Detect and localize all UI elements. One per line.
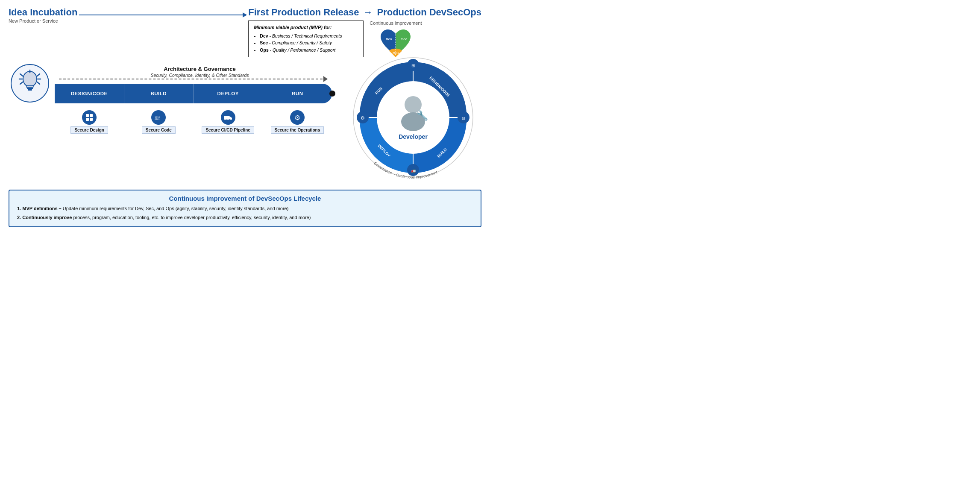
bottom-point-2: 2. Continuously improve process, program… (17, 214, 473, 222)
secure-design-label: Secure Design (70, 126, 108, 134)
svg-rect-6 (27, 88, 33, 89)
svg-rect-18 (90, 118, 93, 121)
pipeline-icon-design: Secure Design (55, 108, 124, 134)
devsecops-cycle-diagram: 🔧 Developer DESIGN/CODE BUILD DEPLOY RUN… (349, 51, 477, 184)
arch-dashed-line-row (55, 76, 345, 82)
gear-icon: ⚙ (294, 114, 300, 122)
svg-line-13 (37, 82, 40, 84)
pipeline-icon-code: 1010 0101 Secure Code (124, 108, 193, 134)
svg-text:Sec: Sec (401, 37, 408, 41)
main-container: Idea Incubation New Product or Service F… (0, 0, 490, 249)
bottom-point-1-text: Update minimum requirements for Dev, Sec… (63, 206, 289, 211)
pipeline-stage-deploy: DEPLOY (194, 84, 263, 103)
idea-incubation-subtitle: New Product or Service (9, 18, 77, 23)
lightbulb-circle (11, 64, 49, 103)
pipeline-stage-run: RUN (263, 84, 332, 103)
mvp-item-sec: Sec - Compliance / Security / Safety (260, 39, 358, 47)
svg-text:🚛: 🚛 (411, 168, 416, 173)
pipeline-icon-cicd: Secure CI/CD Pipeline (194, 108, 263, 134)
secure-cicd-label: Secure CI/CD Pipeline (202, 126, 254, 134)
svg-text:0101: 0101 (155, 118, 160, 120)
svg-point-4 (23, 71, 37, 87)
pipeline-stage-design: DESIGN/CODE (55, 84, 124, 103)
bottom-point-2-bold: 2. Continuously improve (17, 215, 72, 220)
bottom-section: Continuous Improvement of DevSecOps Life… (9, 190, 481, 227)
arch-dashed-line (59, 79, 323, 79)
arch-governance-title: Architecture & Governance (55, 66, 345, 72)
production-devsecops-title: Production DevSecOps (377, 7, 481, 18)
secure-ops-icon: ⚙ (290, 110, 305, 125)
bottom-point-1-bold: 1. MVP definitions – (17, 206, 62, 211)
svg-line-8 (20, 74, 23, 76)
lightbulb-icon (18, 70, 42, 97)
pipeline-icons-row: Secure Design 1010 0101 Secure Code (55, 108, 332, 134)
arch-dashed-arrow (323, 76, 328, 82)
secure-code-label: Secure Code (142, 126, 176, 134)
idea-incubation-title: Idea Incubation (9, 7, 77, 18)
svg-rect-15 (86, 114, 89, 117)
secure-ops-label: Secure the Operations (271, 126, 324, 134)
mvp-title: Minimum viable product (MVP) for: (254, 24, 358, 32)
svg-text:⊡: ⊡ (462, 116, 465, 120)
pipeline-bar: DESIGN/CODE BUILD DEPLOY RUN (55, 84, 332, 103)
svg-point-25 (225, 119, 226, 120)
svg-text:⚙: ⚙ (361, 115, 365, 120)
header-arrow-line (77, 15, 248, 15)
secure-cicd-icon (221, 110, 235, 125)
pipeline-area: Architecture & Governance Security, Comp… (51, 64, 345, 134)
middle-section: Architecture & Governance Security, Comp… (9, 64, 481, 184)
svg-rect-21 (224, 116, 229, 120)
pipeline-stage-build: BUILD (124, 84, 194, 103)
bottom-points: 1. MVP definitions – Update minimum requ… (17, 205, 473, 221)
bottom-point-1: 1. MVP definitions – Update minimum requ… (17, 205, 473, 213)
svg-rect-17 (86, 118, 89, 121)
mvp-item-dev: Dev - Business / Technical Requirements (260, 32, 358, 40)
secure-code-icon: 1010 0101 (151, 110, 166, 125)
svg-text:Developer: Developer (399, 133, 428, 140)
bottom-title: Continuous Improvement of DevSecOps Life… (17, 195, 473, 202)
svg-line-10 (20, 82, 23, 84)
header-arrow-icon: → (363, 7, 373, 18)
pipeline-end-dot (329, 91, 335, 97)
svg-text:⊞: ⊞ (411, 63, 415, 68)
first-production-title: First Production Release (248, 7, 359, 18)
svg-point-26 (230, 119, 231, 120)
svg-text:Dev: Dev (386, 37, 392, 41)
svg-rect-7 (28, 89, 32, 91)
svg-rect-16 (90, 114, 93, 117)
bottom-point-2-text: process, program, education, tooling, et… (73, 215, 311, 220)
circle-diagram-area: 🔧 Developer DESIGN/CODE BUILD DEPLOY RUN… (345, 51, 481, 184)
idea-incubation-block: Idea Incubation New Product or Service (9, 7, 77, 23)
secure-design-icon (82, 110, 97, 125)
pipeline-icon-ops: ⚙ Secure the Operations (263, 108, 332, 134)
header-arrow (79, 15, 246, 15)
svg-text:🔧: 🔧 (417, 110, 428, 121)
continuous-improvement-label: Continuous improvement (370, 21, 422, 26)
mvp-item-ops: Ops - Quality / Performance / Support (260, 47, 358, 54)
svg-line-11 (37, 74, 40, 76)
svg-rect-5 (26, 85, 33, 88)
lightbulb-area (9, 64, 51, 103)
